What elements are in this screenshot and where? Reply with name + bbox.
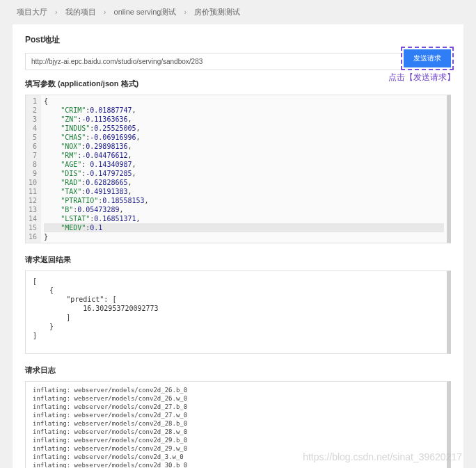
params-title: 填写参数 (application/json 格式) (25, 79, 451, 89)
annotation-text: 点击【发送请求】 (388, 72, 455, 83)
chevron-right-icon: › (184, 8, 187, 16)
breadcrumb-item[interactable]: online serving测试 (114, 8, 177, 16)
breadcrumb: 项目大厅 › 我的项目 › online serving测试 › 房价预测测试 (0, 0, 476, 24)
chevron-right-icon: › (55, 8, 58, 16)
log-box[interactable]: inflating: webserver/models/conv2d_26.b_… (25, 381, 451, 468)
post-title: Post地址 (25, 34, 451, 46)
breadcrumb-item[interactable]: 项目大厅 (17, 8, 47, 16)
result-title: 请求返回结果 (25, 255, 451, 265)
breadcrumb-item[interactable]: 我的项目 (65, 8, 96, 16)
chevron-right-icon: › (104, 8, 106, 16)
result-box: [ { "predict": [ 16.302953720092773 ] } … (25, 271, 451, 354)
json-editor[interactable]: 12345678910111213141516 { "CRIM":0.01887… (25, 95, 451, 243)
logs-title: 请求日志 (25, 365, 451, 376)
breadcrumb-item: 房价预测测试 (194, 8, 240, 16)
post-card: Post地址 发送请求 点击【发送请求】 填写参数 (application/j… (13, 24, 463, 468)
url-input[interactable] (25, 53, 451, 70)
